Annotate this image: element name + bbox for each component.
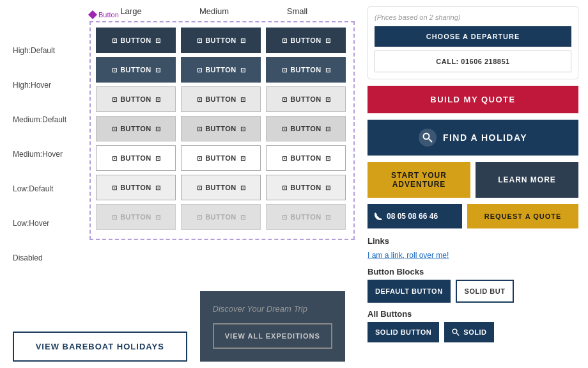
button-grid: Button ⊡ BUTTON ⊡ ⊡ BUTTON ⊡ ⊡ BUTTON ⊡ [89,21,355,240]
bracket-icon: ⊡ [197,37,201,44]
btn-medium-hover-small[interactable]: ⊡ BUTTON ⊡ [266,116,346,141]
bracket-icon: ⊡ [197,67,201,74]
choose-departure-button[interactable]: CHOOSE A DEPARTURE [375,26,571,47]
row-high-default: ⊡ BUTTON ⊡ ⊡ BUTTON ⊡ ⊡ BUTTON ⊡ [96,28,348,53]
button-blocks-section: Button Blocks DEFAULT BUTTON SOLID BUT [368,267,578,303]
view-expeditions-button[interactable]: VIEW ALL EXPEDITIONS [213,323,332,349]
search-circle-icon [419,129,437,147]
bracket-icon-r: ⊡ [155,155,160,162]
view-bareboat-button[interactable]: VIEW BAREBOAT HOLIDAYS [13,332,187,362]
phone-button[interactable]: 08 05 08 66 46 [368,204,462,228]
departure-subtitle: (Prices based on 2 sharing) [375,13,571,21]
departure-section: (Prices based on 2 sharing) CHOOSE A DEP… [368,6,578,79]
btn-high-hover-small[interactable]: ⊡ BUTTON ⊡ [266,57,346,83]
bracket-icon-r: ⊡ [155,37,160,44]
row-labels: High:Default High:Hover Medium:Default M… [13,33,66,275]
label-medium-hover: Medium:Hover [13,137,66,172]
all-buttons-title: All Buttons [368,309,578,319]
btn-medium-default-medium[interactable]: ⊡ BUTTON ⊡ [181,86,261,112]
left-panel: Large Medium Small High:Default High:Hov… [0,0,358,368]
label-disabled: Disabled [13,241,66,275]
bracket-icon: ⊡ [282,184,286,191]
bracket-icon-r: ⊡ [155,184,160,191]
all-btns-row: SOLID BUTTON SOLID [368,322,578,342]
btn-high-default-medium[interactable]: ⊡ BUTTON ⊡ [181,28,261,53]
row-disabled: ⊡ BUTTON ⊡ ⊡ BUTTON ⊡ ⊡ BUTTON ⊡ [96,204,348,230]
label-low-default: Low:Default [13,172,66,206]
label-high-default: High:Default [13,33,66,68]
bracket-icon: ⊡ [112,96,116,103]
bracket-icon-r: ⊡ [325,37,330,44]
row-medium-hover: ⊡ BUTTON ⊡ ⊡ BUTTON ⊡ ⊡ BUTTON ⊡ [96,116,348,141]
btn-blocks-row: DEFAULT BUTTON SOLID BUT [368,280,578,303]
learn-more-button[interactable]: LEARN MORE [476,162,578,198]
discover-title: Discover Your Dream Trip [213,304,332,314]
bracket-icon: ⊡ [197,184,201,191]
default-btn-block[interactable]: DEFAULT BUTTON [368,280,451,303]
bracket-icon-r: ⊡ [240,214,245,221]
start-adventure-button[interactable]: START YOUR ADVENTURE [368,162,470,198]
bracket-icon-r: ⊡ [325,67,330,74]
svg-line-1 [429,139,432,142]
btn-medium-default-small[interactable]: ⊡ BUTTON ⊡ [266,86,346,112]
request-quote-button[interactable]: REQUEST A QUOTE [467,204,578,228]
call-button[interactable]: CALL: 01606 218851 [375,51,571,72]
bracket-icon: ⊡ [197,96,201,103]
build-quote-button[interactable]: BUILD MY QUOTE [368,86,578,113]
solid-btn-block[interactable]: SOLID BUT [456,280,514,303]
btn-medium-hover-large[interactable]: ⊡ BUTTON ⊡ [96,116,176,141]
btn-low-hover-small[interactable]: ⊡ BUTTON ⊡ [266,175,346,200]
bracket-icon: ⊡ [197,214,201,221]
links-title: Links [368,236,578,246]
bracket-icon: ⊡ [112,37,116,44]
two-btn-row: START YOUR ADVENTURE LEARN MORE [368,162,578,198]
bracket-icon-r: ⊡ [240,37,245,44]
btn-low-hover-medium[interactable]: ⊡ BUTTON ⊡ [181,175,261,200]
bracket-icon-r: ⊡ [155,214,160,221]
find-holiday-button[interactable]: FIND A HOLIDAY [368,120,578,156]
bracket-icon-r: ⊡ [325,214,330,221]
btn-low-default-small[interactable]: ⊡ BUTTON ⊡ [266,145,346,171]
bracket-icon-r: ⊡ [325,96,330,103]
bracket-icon: ⊡ [112,125,116,132]
bracket-icon: ⊡ [282,67,286,74]
row-medium-default: ⊡ BUTTON ⊡ ⊡ BUTTON ⊡ ⊡ BUTTON ⊡ [96,86,348,112]
btn-disabled-small[interactable]: ⊡ BUTTON ⊡ [266,204,346,230]
btn-high-hover-large[interactable]: ⊡ BUTTON ⊡ [96,57,176,83]
btn-disabled-medium[interactable]: ⊡ BUTTON ⊡ [181,204,261,230]
bracket-icon: ⊡ [112,67,116,74]
solid-all-button[interactable]: SOLID BUTTON [368,322,439,342]
btn-low-default-large[interactable]: ⊡ BUTTON ⊡ [96,145,176,171]
bracket-icon-r: ⊡ [155,96,160,103]
col-small: Small [256,6,339,16]
row-high-hover: ⊡ BUTTON ⊡ ⊡ BUTTON ⊡ ⊡ BUTTON ⊡ [96,57,348,83]
bracket-icon-r: ⊡ [240,184,245,191]
column-headers: Large Medium Small [89,6,345,16]
solid-search-button[interactable]: SOLID [444,322,494,342]
button-tag-label: Button [89,11,119,19]
btn-high-default-large[interactable]: ⊡ BUTTON ⊡ [96,28,176,53]
btn-medium-hover-medium[interactable]: ⊡ BUTTON ⊡ [181,116,261,141]
bottom-section: VIEW BAREBOAT HOLIDAYS Discover Your Dre… [13,291,345,362]
bracket-icon-r: ⊡ [240,67,245,74]
bracket-icon-r: ⊡ [240,96,245,103]
btn-high-hover-medium[interactable]: ⊡ BUTTON ⊡ [181,57,261,83]
btn-low-hover-large[interactable]: ⊡ BUTTON ⊡ [96,175,176,200]
bracket-icon: ⊡ [282,214,286,221]
discover-card: Discover Your Dream Trip VIEW ALL EXPEDI… [200,291,345,362]
svg-line-3 [457,333,460,336]
btn-high-default-small[interactable]: ⊡ BUTTON ⊡ [266,28,346,53]
bracket-icon-r: ⊡ [240,125,245,132]
link-text[interactable]: I am a link, roll over me! [368,251,449,260]
label-medium-default: Medium:Default [13,102,66,137]
btn-disabled-large[interactable]: ⊡ BUTTON ⊡ [96,204,176,230]
label-low-hover: Low:Hover [13,206,66,241]
all-buttons-section: All Buttons SOLID BUTTON SOLID [368,309,578,342]
links-section: Links I am a link, roll over me! [368,236,578,260]
bracket-icon: ⊡ [112,184,116,191]
search-icon-small [452,328,460,336]
bracket-icon: ⊡ [197,155,201,162]
phone-icon [374,212,383,221]
btn-medium-default-large[interactable]: ⊡ BUTTON ⊡ [96,86,176,112]
btn-low-default-medium[interactable]: ⊡ BUTTON ⊡ [181,145,261,171]
